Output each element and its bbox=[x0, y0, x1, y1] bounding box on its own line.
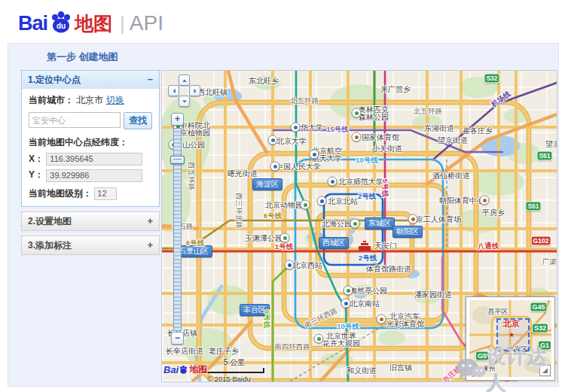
park-icon bbox=[352, 108, 362, 118]
tiananmen-icon bbox=[359, 246, 371, 251]
zoom-out-button[interactable]: − bbox=[171, 332, 184, 345]
park-icon bbox=[280, 233, 290, 243]
zoom-slider-thumb[interactable] bbox=[170, 156, 185, 164]
svg-text:du: du bbox=[56, 22, 66, 30]
pan-left-icon bbox=[170, 89, 175, 93]
map-attribution-logo: Bai 地图 bbox=[163, 363, 207, 376]
pan-left-button[interactable] bbox=[168, 85, 179, 96]
park-icon bbox=[350, 219, 360, 229]
pan-down-icon bbox=[182, 100, 187, 105]
current-city-row: 当前城市： 北京市 切换 bbox=[29, 94, 152, 107]
collapse-icon[interactable]: − bbox=[147, 71, 153, 89]
sport-icon bbox=[480, 196, 490, 205]
baidu-paw-icon bbox=[179, 365, 188, 375]
sport-icon bbox=[352, 132, 362, 142]
x-label: X： bbox=[29, 153, 44, 164]
school-icon bbox=[268, 135, 278, 145]
park-icon bbox=[344, 286, 353, 296]
scale-line bbox=[204, 368, 264, 373]
panel3-header[interactable]: 3.添加标注 + bbox=[22, 236, 159, 254]
panel3-title: 3.添加标注 bbox=[28, 240, 72, 251]
scale-text: 5 公里 bbox=[204, 357, 264, 368]
minimap-toggle-button[interactable]: ◢ bbox=[539, 365, 551, 376]
attr-map-text: 地图 bbox=[189, 363, 207, 376]
search-input[interactable] bbox=[29, 112, 121, 128]
panel-set-map: 2.设置地图 + bbox=[21, 211, 160, 231]
zoom-slider[interactable] bbox=[173, 128, 182, 331]
attr-bai-text: Bai bbox=[163, 364, 179, 375]
station-icon bbox=[317, 196, 327, 206]
current-city-value: 北京市 bbox=[76, 95, 103, 105]
level-row: 当前地图级别： 12 bbox=[29, 187, 152, 200]
panel-locate-center: 1.定位中心点 − 当前城市： 北京市 切换 查找 当前地图中心点经纬度： X：… bbox=[21, 70, 160, 207]
minimap-map[interactable]: 昌平区大兴区涿州G45S32G1G5 北京 ★ ◢ bbox=[469, 300, 551, 377]
y-row: Y： 39.929986 bbox=[29, 169, 152, 181]
minimap: 昌平区大兴区涿州G45S32G1G5 北京 ★ ◢ bbox=[466, 296, 555, 381]
school-icon bbox=[291, 123, 301, 132]
sidebar: 1.定位中心点 − 当前城市： 北京市 切换 查找 当前地图中心点经纬度： X：… bbox=[21, 70, 160, 260]
current-city-label: 当前城市： bbox=[29, 95, 74, 105]
pan-up-icon bbox=[182, 77, 187, 81]
panel1-header[interactable]: 1.定位中心点 − bbox=[22, 71, 159, 89]
pan-up-button[interactable] bbox=[179, 74, 190, 86]
lnglat-label: 当前地图中心点经纬度： bbox=[29, 136, 152, 149]
y-label: Y： bbox=[29, 169, 44, 180]
map-level-value[interactable]: 12 bbox=[94, 187, 117, 200]
logo-api-text: API bbox=[130, 10, 163, 37]
top-bar: Bai du 地图 | API bbox=[0, 0, 565, 43]
baidu-map-logo: Bai du 地图 | API bbox=[18, 7, 163, 37]
y-value: 39.929986 bbox=[46, 169, 142, 182]
x-value: 116.395645 bbox=[46, 153, 142, 166]
expand-icon[interactable]: + bbox=[147, 236, 153, 254]
step-bar: 第一步 创建地图 bbox=[8, 43, 559, 67]
panel1-body: 当前城市： 北京市 切换 查找 当前地图中心点经纬度： X： 116.39564… bbox=[22, 89, 159, 206]
school-icon bbox=[310, 150, 319, 160]
capital-star-icon: ★ bbox=[508, 331, 515, 339]
pan-right-button[interactable] bbox=[189, 85, 200, 96]
logo-divider: | bbox=[120, 10, 125, 37]
panel-add-marker: 3.添加标注 + bbox=[21, 236, 160, 255]
step-title: 第一步 创建地图 bbox=[47, 50, 118, 64]
map-label: G5 bbox=[476, 352, 488, 360]
search-button[interactable]: 查找 bbox=[124, 112, 152, 129]
baidu-paw-icon: du bbox=[48, 10, 74, 38]
map-canvas[interactable]: 西北旺镇东北旺乡来广营乡北五环路北五环路东湖街道望京街道望京崔各庄乡小关街道酒仙… bbox=[161, 70, 557, 382]
map-label: S32 bbox=[533, 324, 548, 333]
school-icon bbox=[328, 177, 337, 187]
map-level-label: 当前地图级别： bbox=[29, 188, 92, 199]
map-label: G1 bbox=[539, 342, 551, 350]
map-label: G45 bbox=[530, 303, 546, 311]
pan-down-button[interactable] bbox=[179, 96, 190, 107]
station-icon bbox=[285, 260, 295, 270]
pan-right-icon bbox=[194, 89, 198, 93]
search-row: 查找 bbox=[29, 112, 152, 129]
panel2-title: 2.设置地图 bbox=[28, 216, 72, 226]
logo-map-text: 地图 bbox=[75, 10, 112, 37]
park-icon bbox=[301, 200, 310, 210]
logo-bai-text: Bai bbox=[18, 10, 47, 37]
x-row: X： 116.395645 bbox=[29, 153, 152, 166]
zoom-in-button[interactable]: + bbox=[171, 113, 184, 126]
panel1-title: 1.定位中心点 bbox=[28, 74, 81, 85]
sport-icon bbox=[377, 315, 386, 324]
expand-icon[interactable]: + bbox=[147, 212, 153, 230]
map-scale-bar: 5 公里 bbox=[204, 357, 264, 373]
map-label: 涿州 bbox=[482, 366, 496, 373]
minimap-beijing-label: 北京 bbox=[503, 318, 520, 330]
switch-city-link[interactable]: 切换 bbox=[106, 95, 124, 105]
sport-icon bbox=[408, 214, 418, 224]
school-icon bbox=[270, 162, 280, 172]
map-label: 昌平区 bbox=[488, 308, 508, 316]
station-icon bbox=[341, 299, 351, 308]
panel2-header[interactable]: 2.设置地图 + bbox=[22, 212, 159, 230]
park-icon bbox=[314, 334, 324, 344]
page: Bai du 地图 | API 第一步 创建地图 1.定位中心点 − bbox=[0, 0, 565, 392]
map-copyright: © 2015 Baidu bbox=[207, 375, 251, 382]
